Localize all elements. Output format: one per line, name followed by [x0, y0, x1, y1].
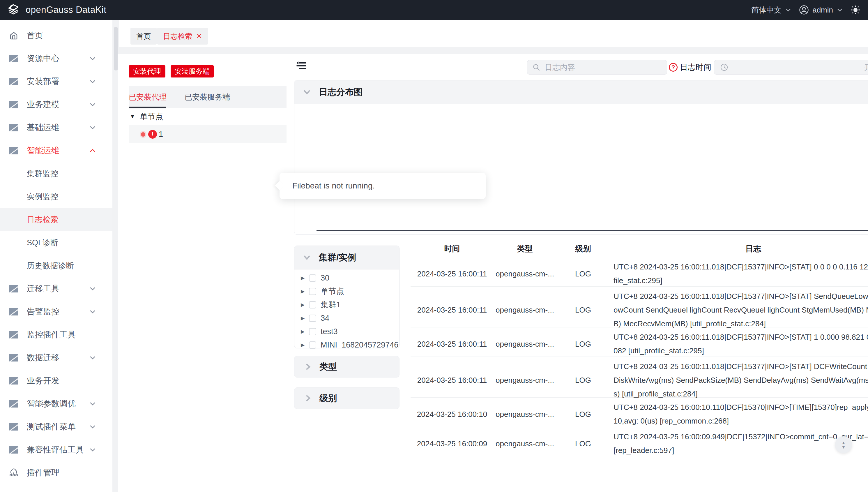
chevron-down-icon [303, 88, 311, 96]
theme-toggle-sun-icon[interactable] [850, 5, 861, 15]
log-level: LOG [556, 376, 610, 385]
tab-installed-server[interactable]: 已安装服务端 [185, 85, 230, 108]
image-placeholder-icon [9, 330, 19, 340]
plugin-icon [9, 468, 19, 478]
log-content-search[interactable] [527, 60, 667, 75]
tree-item-34[interactable]: ▶ 34 [295, 312, 399, 325]
tab-log-search[interactable]: 日志检索 ✕ [157, 28, 208, 45]
caret-right-icon[interactable]: ▶ [301, 302, 305, 308]
sidebar-item-alert-monitor[interactable]: 告警监控 [0, 300, 112, 323]
agent-tree-root[interactable]: ▼ 单节点 [130, 111, 163, 122]
log-line: UTC+8 2024-03-25 16:00:10.110|DCF|15370|… [614, 400, 868, 414]
log-type: opengauss-cm-... [493, 340, 556, 349]
chevron-down-icon [89, 446, 96, 453]
log-distribution-panel: 日志分布图 [294, 80, 868, 235]
image-placeholder-icon [9, 399, 19, 409]
tree-item-30[interactable]: ▶ 30 [295, 271, 399, 285]
table-row[interactable]: 2024-03-25 16:00:11 opengauss-cm-... LOG… [411, 327, 868, 356]
tree-item-test3[interactable]: ▶ test3 [295, 325, 399, 338]
type-panel-title: 类型 [320, 361, 337, 373]
sidebar-item-history-diagnosis[interactable]: 历史数据诊断 [0, 254, 112, 277]
chevron-up-icon [89, 147, 96, 154]
panel-fold-button[interactable] [295, 59, 307, 72]
cluster-instance-header[interactable]: 集群/实例 [295, 246, 399, 269]
col-header-time: 时间 [411, 244, 493, 254]
search-icon [533, 64, 540, 71]
table-row[interactable]: 2024-03-25 16:00:11 opengauss-cm-... LOG… [411, 286, 868, 327]
type-panel[interactable]: 类型 [294, 356, 400, 377]
caret-right-icon[interactable]: ▶ [301, 342, 305, 348]
caret-right-icon[interactable]: ▶ [301, 288, 305, 295]
sidebar-item-cluster-monitor[interactable]: 集群监控 [0, 162, 112, 185]
sidebar-item-business-dev[interactable]: 业务开发 [0, 369, 112, 392]
chevron-down-icon [89, 124, 96, 131]
sidebar-item-intelligent-ops[interactable]: 智能运维 [0, 139, 112, 162]
caret-right-icon[interactable]: ▶ [301, 315, 305, 321]
sidebar-item-label: 实例监控 [27, 191, 58, 202]
sidebar-item-migration-tools[interactable]: 迁移工具 [0, 277, 112, 300]
agent-tree-node[interactable]: ! 1 [129, 125, 286, 143]
help-icon[interactable]: ? [669, 63, 678, 72]
checkbox[interactable] [309, 341, 316, 349]
log-table-header: 时间 类型 级别 日志 [411, 241, 868, 257]
sidebar-item-compat-assessment[interactable]: 兼容性评估工具 [0, 438, 112, 461]
sidebar-item-instance-monitor[interactable]: 实例监控 [0, 185, 112, 208]
sidebar-item-label: 业务开发 [27, 375, 59, 386]
sidebar-item-home[interactable]: 首页 [0, 24, 112, 47]
caret-right-icon[interactable]: ▶ [301, 328, 305, 335]
sidebar-item-monitor-plugin-tools[interactable]: 监控插件工具 [0, 323, 112, 346]
checkbox[interactable] [309, 328, 316, 335]
sidebar-item-resource-center[interactable]: 资源中心 [0, 47, 112, 70]
scroll-updown-button[interactable]: ▲ ▼ [835, 436, 852, 453]
table-row[interactable]: 2024-03-25 16:00:11 opengauss-cm-... LOG… [411, 356, 868, 397]
chevron-right-icon [304, 362, 312, 371]
cluster-instance-panel: 集群/实例 ▶ 30 ▶ 单节点 ▶ 集群1 [294, 246, 400, 348]
sidebar-item-param-tuning[interactable]: 智能参数调优 [0, 392, 112, 415]
sidebar-item-sql-diagnosis[interactable]: SQL诊断 [0, 231, 112, 254]
tree-item-single-node[interactable]: ▶ 单节点 [295, 285, 399, 298]
sidebar-item-label: 告警监控 [27, 306, 59, 317]
tree-item-cluster1[interactable]: ▶ 集群1 [295, 298, 399, 312]
sidebar-item-log-search[interactable]: 日志检索 [0, 208, 112, 231]
tree-item-label: 单节点 [321, 286, 344, 297]
sidebar-item-data-migration[interactable]: 数据迁移 [0, 346, 112, 369]
sidebar-item-install-deploy[interactable]: 安装部署 [0, 70, 112, 93]
checkbox[interactable] [309, 315, 316, 322]
tab-home-label: 首页 [136, 31, 151, 41]
sidebar-item-plugin-management[interactable]: 插件管理 [0, 461, 112, 484]
sidebar-item-test-plugin-menu[interactable]: 测试插件菜单 [0, 415, 112, 438]
sidebar-item-basic-ops[interactable]: 基础运维 [0, 116, 112, 139]
log-line: [rep_leader.c:597] [614, 444, 868, 456]
caret-down-icon[interactable]: ▼ [130, 114, 135, 120]
image-placeholder-icon [9, 123, 19, 132]
language-switcher[interactable]: 简体中文 [751, 5, 791, 15]
log-distribution-header[interactable]: 日志分布图 [295, 80, 868, 104]
image-placeholder-icon [9, 353, 19, 363]
close-icon[interactable]: ✕ [196, 32, 202, 40]
checkbox[interactable] [309, 301, 316, 309]
checkbox[interactable] [309, 288, 316, 295]
image-placeholder-icon [9, 100, 19, 109]
tree-item-mini[interactable]: ▶ MINI_1682045729746 [295, 338, 399, 351]
install-agent-button[interactable]: 安装代理 [129, 65, 165, 77]
table-row[interactable]: 2024-03-25 16:00:11 opengauss-cm-... LOG… [411, 257, 868, 286]
user-menu[interactable]: admin [799, 5, 843, 15]
table-row[interactable]: 2024-03-25 16:00:10 opengauss-cm-... LOG… [411, 397, 868, 427]
sidebar-item-label: 基础运维 [27, 122, 59, 133]
log-time: 2024-03-25 16:00:11 [411, 269, 493, 278]
arrow-down-icon: ▼ [842, 445, 846, 449]
tab-home[interactable]: 首页 [130, 28, 157, 45]
install-server-button[interactable]: 安装服务端 [171, 65, 214, 77]
level-panel[interactable]: 级别 [294, 388, 400, 409]
tab-installed-agent[interactable]: 已安装代理 [129, 85, 167, 108]
page-tabs: 首页 日志检索 ✕ [119, 20, 868, 47]
search-input[interactable] [544, 63, 656, 72]
scrollbar-thumb[interactable] [114, 27, 118, 71]
sidebar-item-business-modeling[interactable]: 业务建模 [0, 93, 112, 116]
caret-right-icon[interactable]: ▶ [301, 275, 305, 281]
time-range-picker[interactable]: 开始时间 - 结束时间 [714, 60, 868, 75]
username: admin [812, 5, 833, 15]
checkbox[interactable] [309, 274, 316, 282]
log-time: 2024-03-25 16:00:09 [411, 439, 493, 448]
table-row[interactable]: 2024-03-25 16:00:09 opengauss-cm-... LOG… [411, 427, 868, 456]
